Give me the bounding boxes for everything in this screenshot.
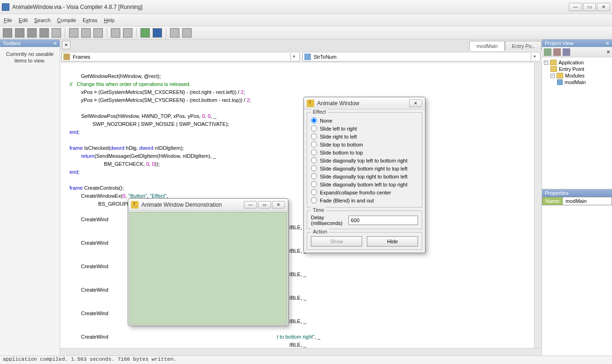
toolbar-open-icon[interactable] (15, 28, 24, 38)
prop-name-key: Name: (542, 197, 563, 205)
toolbar-cut-icon[interactable] (69, 28, 78, 38)
menu-search[interactable]: Search (34, 17, 51, 23)
menu-help[interactable]: Help (104, 17, 115, 23)
toolbar-new-icon[interactable] (3, 28, 12, 38)
toolbar-redo-icon[interactable] (123, 28, 132, 38)
toolbar-copy-icon[interactable] (81, 28, 91, 38)
project-view-close-icon[interactable]: ✕ (605, 41, 609, 46)
animate-dialog-title: Animate Window (317, 100, 408, 107)
tab-close-icon[interactable]: ✕ (62, 41, 70, 49)
animate-dialog[interactable]: Animate Window ✕ Effect None Slide left … (303, 97, 426, 253)
menu-file[interactable]: File (4, 17, 12, 23)
toolbar-run-icon[interactable] (140, 28, 150, 38)
radio-slide-tb[interactable] (311, 141, 317, 147)
app-icon (2, 3, 9, 11)
menu-bar: File Edit Search Compile Extras Help (0, 14, 612, 26)
project-view-panel: Project View ✕ ✕ −Application Entry Poin… (542, 39, 612, 189)
radio-diag-tl-br-label: Slide diagonally top left to bottom righ… (320, 158, 408, 163)
demo-maximize-button[interactable]: ▭ (258, 201, 271, 209)
delay-label: Delay (milliseconds) (311, 215, 344, 226)
prop-name-value[interactable]: modMain (563, 197, 612, 205)
close-button[interactable]: ✕ (597, 3, 610, 11)
radio-diag-tl-br[interactable] (311, 157, 317, 163)
radio-expand[interactable] (311, 189, 317, 195)
folder-icon (557, 73, 563, 78)
pv-tool-1-icon[interactable] (544, 48, 551, 56)
demo-dialog[interactable]: Animate Window Demonstration — ▭ ✕ (128, 198, 288, 326)
scope-combo[interactable]: Frames ▼ (61, 52, 300, 62)
radio-diag-bl-tr[interactable] (311, 181, 317, 187)
pv-tool-3-icon[interactable] (563, 48, 570, 56)
member-combo[interactable]: StrToNum ▼ (302, 52, 541, 62)
toolbar-save-icon[interactable] (27, 28, 37, 38)
radio-slide-bt[interactable] (311, 149, 317, 155)
warning-icon (307, 100, 314, 107)
toolbar-compile-icon[interactable] (170, 28, 179, 38)
action-groupbox: Action Show Hide (307, 232, 422, 250)
project-view-toolbar: ✕ (542, 47, 612, 57)
toolbox-close-icon[interactable]: ✕ (53, 41, 57, 46)
effect-group-label: Effect (311, 109, 328, 115)
radio-diag-tr-bl[interactable] (311, 173, 317, 179)
demo-minimize-button[interactable]: — (244, 201, 257, 209)
tree-node-application[interactable]: Application (558, 60, 584, 65)
editor-scrollbar-h[interactable] (60, 348, 542, 356)
toolbar-stop-icon[interactable] (153, 28, 162, 38)
radio-fade[interactable] (311, 197, 317, 203)
radio-diag-tr-bl-label: Slide diagonally top right to bottom lef… (320, 174, 408, 179)
delay-input[interactable] (349, 216, 418, 225)
animate-close-button[interactable]: ✕ (409, 100, 422, 107)
pv-close-icon[interactable]: ✕ (606, 49, 610, 54)
hide-button[interactable]: Hide (367, 236, 418, 247)
radio-expand-label: Expand/collapse from/to center (320, 190, 391, 195)
maximize-button[interactable]: ▭ (583, 3, 596, 11)
project-view-header: Project View ✕ (542, 39, 612, 47)
radio-slide-lr[interactable] (311, 125, 317, 132)
tab-modmain[interactable]: modMain (469, 41, 504, 51)
minimize-button[interactable]: — (569, 3, 582, 11)
pv-tool-2-icon[interactable] (553, 48, 561, 56)
toolbox-header: Toolbox ✕ (0, 39, 60, 47)
member-icon (304, 54, 311, 60)
menu-edit[interactable]: Edit (19, 17, 28, 23)
tree-node-entry-point[interactable]: Entry Point (559, 66, 584, 72)
tab-entry-point[interactable]: Entry Po.. (505, 41, 542, 51)
toolbox-message: Currently no useable items to view. (0, 47, 60, 68)
toolbar-print-icon[interactable] (52, 28, 61, 38)
radio-slide-rl-label: Slide right to left (320, 134, 357, 139)
demo-dialog-titlebar[interactable]: Animate Window Demonstration — ▭ ✕ (128, 199, 288, 211)
toolbar-saveall-icon[interactable] (39, 28, 49, 38)
toolbox-header-label: Toolbox (3, 40, 21, 46)
demo-close-button[interactable]: ✕ (272, 201, 285, 209)
radio-slide-rl[interactable] (311, 133, 317, 139)
demo-dialog-title: Animate Window Demonstration (141, 201, 243, 208)
radio-slide-lr-label: Slide left to right (320, 126, 357, 132)
radio-diag-br-tl[interactable] (311, 165, 317, 171)
tree-node-modules[interactable]: Modules (565, 73, 585, 78)
radio-none-label: None (320, 118, 332, 124)
editor-scrollbar-v[interactable] (534, 63, 542, 356)
tree-node-modmain[interactable]: modMain (565, 79, 586, 85)
properties-panel: Properties Name: modMain (542, 189, 612, 356)
radio-none[interactable] (311, 117, 317, 124)
document-tabs: ✕ modMain Entry Po.. (60, 39, 542, 51)
radio-diag-br-tl-label: Slide diagonally bottom right to top lef… (320, 166, 408, 171)
status-bar: application compiled. 1.563 seconds. 716… (0, 356, 612, 364)
menu-compile[interactable]: Compile (57, 17, 76, 23)
properties-header-label: Properties (545, 190, 568, 196)
demo-dialog-body (129, 212, 287, 325)
folder-icon (550, 60, 557, 65)
project-tree[interactable]: −Application Entry Point −Modules modMai… (542, 57, 612, 189)
menu-extras[interactable]: Extras (83, 17, 97, 23)
action-group-label: Action (311, 229, 329, 234)
module-icon (557, 79, 563, 85)
toolbar-undo-icon[interactable] (111, 28, 120, 38)
show-button[interactable]: Show (311, 236, 362, 247)
scope-combo-value: Frames (73, 54, 290, 60)
radio-slide-tb-label: Slide top to bottom (320, 142, 363, 147)
toolbar-paste-icon[interactable] (93, 28, 103, 38)
toolbar-build-icon[interactable] (182, 28, 192, 38)
animate-dialog-titlebar[interactable]: Animate Window ✕ (304, 97, 425, 109)
member-combo-value: StrToNum (314, 54, 531, 60)
radio-slide-bt-label: Slide bottom to top (320, 150, 363, 155)
